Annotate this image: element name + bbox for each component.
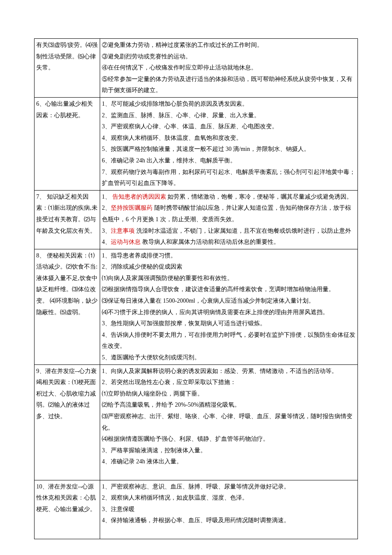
- diagnosis-line: ⑸虚弱。: [60, 309, 84, 315]
- text: 1、尽可能减少或排除增加心脏负荷的原因及诱发因素。: [102, 101, 248, 107]
- measure-line: ⑶严密观察神志、出汗、紫绀、咯痰、心率、心律、呼吸、血压、尿量等情况，随时报告病…: [102, 411, 356, 434]
- care-plan-table: 有关⑶虚弱/疲劳。⑷强制性活动受限。⑸心律失常。②避免重体力劳动，精神过度紧张的…: [34, 38, 358, 539]
- document-page: 有关⑶虚弱/疲劳。⑷强制性活动受限。⑸心律失常。②避免重体力劳动，精神过度紧张的…: [0, 0, 392, 555]
- text: ⑵给予高流量吸氧，并给予 20%-50%酒精湿化吸氧。: [102, 402, 241, 408]
- measure-line: 3、严格掌握输液滴速，控制液体入量。: [102, 445, 356, 457]
- diagnosis-line: 有关: [36, 42, 48, 48]
- diagnosis-cell: 有关⑶虚弱/疲劳。⑷强制性活动受限。⑸心律失常。: [35, 39, 100, 98]
- diagnosis-cell: 6、心输出量减少相关因素：心肌梗死。: [35, 97, 100, 190]
- text: 5、遵医嘱给予大便软化剂或缓泻剂。: [102, 354, 200, 361]
- measure-line: ⑴向病人及家属强调预防便秘的重要性和有效性。: [102, 273, 356, 284]
- measure-line: 2、若突然出现急性左心衰，应立即采取以下措施：: [102, 377, 356, 388]
- measure-line: 5、遵医嘱给予大便软化剂或缓泻剂。: [102, 352, 356, 364]
- measure-line: 3、严密观察病人心律、心率、体温、血压、脉压差、心电图改变。: [102, 121, 356, 133]
- diagnosis-cell: 7、 知识缺乏相关因素：⑴新出现的疾病,未接受过有关教育。⑵与年龄及文化层次有关…: [35, 190, 100, 249]
- text: ⑴向病人及家属强调预防便秘的重要性和有效性。: [102, 275, 233, 281]
- text: 5、按医嘱严格控制输液量，其速度一般不超过 30 滴/min，并限制水、钠摄人。: [102, 146, 310, 152]
- text: ⑶保证每日液体入量在 1500-2000ml，心衰病人应适当减少并制定液体入量计…: [102, 298, 314, 304]
- text: ⑷根据病情遵医嘱给予强心、利尿、镇静、扩血管等药物治疗。: [102, 436, 269, 442]
- measures-cell: 1、指导患者养成排便习惯。2、消除或减少便秘的促成因素⑴向病人及家属强调预防便秘…: [100, 249, 358, 364]
- measure-line: ⑵给予高流量吸氧，并给予 20%-50%酒精湿化吸氧。: [102, 399, 356, 411]
- measure-line: [102, 526, 356, 538]
- measure-line: 1、尽可能减少或排除增加心脏负荷的原因及诱发因素。: [102, 98, 356, 110]
- measure-line: 1、严密观察神志、意识、血压、脉搏、呼吸、尿量等情况并做好记录。: [102, 481, 356, 493]
- diagnosis-line: 心肌梗死。: [54, 112, 84, 119]
- text: 1、严密观察神志、意识、血压、脉搏、呼吸、尿量等情况并做好记录。: [102, 483, 290, 490]
- text: 2、消除或减少便秘的促成因素: [102, 263, 182, 270]
- highlight-text: 告知患者的诱因因素: [112, 194, 166, 200]
- text: ⑤经常参加一定量的体力劳动及进行适当的体操和活动，既可帮助神经系统从疲劳中恢复，…: [102, 76, 352, 94]
- measure-line: 2、坚持按医嘱服药 随时携带硝酸甘油以应急，并让家人知道位置，告知药物保存方法，…: [102, 202, 356, 225]
- measure-line: 5、按医嘱严格控制输液量，其速度一般不超过 30 滴/min，并限制水、钠摄人。: [102, 144, 356, 155]
- text: 6、准确记录 24h 出入水量，维持水、电解质平衡。: [102, 157, 236, 164]
- text: ②避免重体力劳动，精神过度紧张的工作或过长的工作时间。: [102, 42, 263, 48]
- measure-line: [102, 468, 356, 479]
- measure-line: 2、观察病人末梢循环情况，如皮肤温度、湿度、色泽。: [102, 492, 356, 504]
- measures-cell: 1、向病人及家属解释说明心衰的诱发因素如：感染、劳累、情绪激动，不适当的活动等。…: [100, 364, 358, 480]
- highlight-text: 坚持按医嘱服药: [111, 205, 153, 211]
- text: ③避免剧烈劳动或竞赛性的运动。: [102, 53, 191, 60]
- measure-line: ⑵根据病情指导病人合理饮食，建议进食适量的高纤维素饮食，烹调时增加植物油用量。: [102, 284, 356, 295]
- measure-line: 4、运动与休息 教导病人和家属体力活动前和活动后休息的重要性。: [102, 237, 356, 248]
- diagnosis-line: ⑶虚弱/疲劳。: [48, 42, 86, 48]
- text: 1、向病人及家属解释说明心衰的诱发因素如：感染、劳累、情绪激动，不适当的活动等。: [102, 368, 337, 374]
- measure-line: 7、观察药物疗效与毒副作用，如利尿药可引起水、电解质平衡紊乱；强心剂可引起洋地黄…: [102, 167, 356, 189]
- text: ⑶严密观察神志、出汗、紫绀、咯痰、心率、心律、呼吸、血压、尿量等情况，随时报告病…: [102, 413, 352, 431]
- measure-line: 1、向病人及家属解释说明心衰的诱发因素如：感染、劳累、情绪激动，不适当的活动等。: [102, 366, 356, 377]
- text: 教导病人和家属体力活动前和活动后休息的重要性。: [141, 239, 280, 245]
- text: 7、观察药物疗效与毒副作用，如利尿药可引起水、电解质平衡紊乱；强心剂可引起洋地黄…: [102, 169, 355, 187]
- text: 2、观察病人末梢循环情况，如皮肤温度、湿度、色泽。: [102, 494, 248, 501]
- measure-line: 2、监测血压、脉搏、脉压、心率、心律、尿量、出入水量。: [102, 110, 356, 121]
- diagnosis-cell: 9、潜在并发症--心力衰竭相关因素：⑴梗死面积过大、心肌收缩力减弱。⑵输入的液体…: [35, 364, 100, 480]
- highlight-text: 运动与休息: [111, 239, 141, 245]
- text: 4、: [102, 239, 111, 245]
- measure-line: 3、注意事项 洗澡时水温适宜，不锁门，让家属知道，且不宜在饱餐或饥饿时进行，以防…: [102, 225, 356, 237]
- text: ⑴立即协助病人端坐卧位，两腿下垂。: [102, 390, 203, 397]
- measures-cell: ②避免重体力劳动，精神过度紧张的工作或过长的工作时间。③避免剧烈劳动或竞赛性的运…: [100, 39, 358, 98]
- text: ⑵根据病情指导病人合理饮食，建议进食适量的高纤维素饮食，烹调时增加植物油用量。: [102, 286, 334, 292]
- table-row: 10、潜在并发症--心源性休克相关因素：心肌梗死、心输出量减少。1、严密观察神志…: [35, 480, 358, 539]
- measure-line: 3、急性期病人可加强腹部按摩，恢复期病人可适当进行锻炼。: [102, 318, 356, 330]
- text: 4、准确记录 24h 液体出入量。: [102, 458, 182, 465]
- diagnosis-line: 相关因素：: [59, 252, 89, 259]
- measure-line: 3、注意保暖: [102, 504, 356, 515]
- measure-line: ⑶保证每日液体入量在 1500-2000ml，心衰病人应适当减少并制定液体入量计…: [102, 295, 356, 307]
- text: ④在任何情况下，心绞痛发作时应立即停止活动就地休息。: [102, 64, 257, 71]
- measures-cell: 1、 告知患者的诱因因素 如劳累，情绪激动，饱餐，寒冷，便秘等，嘱其尽量减少或避…: [100, 190, 358, 249]
- diagnosis-line: 6、心输出量减少: [36, 101, 81, 107]
- text: 3、严密观察病人心律、心率、体温、血压、脉压差、心电图改变。: [102, 123, 278, 130]
- diagnosis-line: 7、 知识缺乏: [36, 194, 71, 200]
- text: 4、观察病人末梢循环、肢体温度、血氧饱和度改变。: [102, 135, 242, 141]
- text: 1、指导患者养成排便习惯。: [102, 252, 176, 259]
- text: 3、急性期病人可加强腹部按摩，恢复期病人可适当进行锻炼。: [102, 320, 266, 327]
- diagnosis-line: 8、 便秘: [36, 252, 59, 259]
- diagnosis-line: 相关因素：: [54, 494, 84, 501]
- table-row: 9、潜在并发症--心力衰竭相关因素：⑴梗死面积过大、心肌收缩力减弱。⑵输入的液体…: [35, 364, 358, 480]
- text: 1、: [102, 194, 112, 200]
- measure-line: 6、准确记录 24h 出入水量，维持水、电解质平衡。: [102, 155, 356, 167]
- text: 4、告诉病人排便时不要太用力，可在排便用力时呼气，必要时在监护下排便，以预防生命…: [102, 332, 355, 350]
- measure-line: 2、消除或减少便秘的促成因素: [102, 261, 356, 273]
- measure-line: 4、准确记录 24h 液体出入量。: [102, 456, 356, 468]
- measures-cell: 1、严密观察神志、意识、血压、脉搏、呼吸、尿量等情况并做好记录。2、观察病人末梢…: [100, 480, 358, 539]
- diagnosis-line: 相关因素：: [42, 379, 72, 385]
- table-row: 7、 知识缺乏相关因素：⑴新出现的疾病,未接受过有关教育。⑵与年龄及文化层次有关…: [35, 190, 358, 249]
- measure-line: ④在任何情况下，心绞痛发作时应立即停止活动就地休息。: [102, 62, 356, 74]
- text: 3、严格掌握输液滴速，控制液体入量。: [102, 447, 206, 454]
- measure-line: 4、告诉病人排便时不要太用力，可在排便用力时呼气，必要时在监护下排便，以预防生命…: [102, 330, 356, 352]
- measure-line: ②避免重体力劳动，精神过度紧张的工作或过长的工作时间。: [102, 40, 356, 51]
- table-row: 有关⑶虚弱/疲劳。⑷强制性活动受限。⑸心律失常。②避免重体力劳动，精神过度紧张的…: [35, 39, 358, 98]
- measure-line: ⑷不习惯于床上排便的病人，应向其讲明病情及需要在床上排便的理由并用屏风遮挡。: [102, 307, 356, 318]
- text: 3、: [102, 228, 111, 234]
- text: 如劳累，情绪激动，饱餐，寒冷，便秘等，嘱其尽量减少或避免诱因。: [166, 194, 353, 200]
- text: 洗澡时水温适宜，不锁门，让家属知道，且不宜在饱餐或饥饿时进行，以防止意外: [135, 228, 351, 234]
- measure-line: 1、指导患者养成排便习惯。: [102, 250, 356, 262]
- measure-line: 4、观察病人末梢循环、肢体温度、血氧饱和度改变。: [102, 133, 356, 144]
- text: ⑷不习惯于床上排便的病人，应向其讲明病情及需要在床上排便的理由并用屏风遮挡。: [102, 309, 329, 315]
- measure-line: ⑴立即协助病人端坐卧位，两腿下垂。: [102, 388, 356, 400]
- highlight-text: 注意事项: [111, 228, 135, 234]
- measures-cell: 1、尽可能减少或排除增加心脏负荷的原因及诱发因素。2、监测血压、脉搏、脉压、心率…: [100, 97, 358, 190]
- text: 2、: [102, 205, 111, 211]
- text: 4、保持输液通畅，并根据心率、血压、呼吸及用药情况随时调整滴速。: [102, 517, 290, 523]
- measure-line: 4、保持输液通畅，并根据心率、血压、呼吸及用药情况随时调整滴速。: [102, 515, 356, 526]
